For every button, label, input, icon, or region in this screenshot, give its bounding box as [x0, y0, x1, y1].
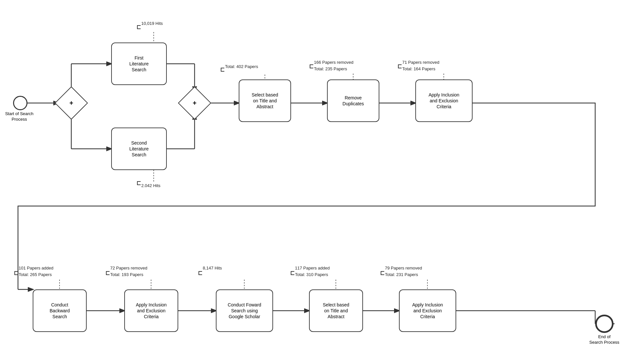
annotation-removed166: 166 Papers removedTotal: 235 Papers — [314, 59, 354, 72]
annotation-total402: Total: 402 Papers — [225, 63, 258, 70]
conduct-forward-search: Conduct FowardSearch usingGoogle Scholar — [216, 289, 273, 332]
start-circle — [13, 96, 27, 110]
select-title-abstract-2: Select basedon Title andAbstract — [309, 289, 363, 332]
diamond2-label: + — [183, 91, 206, 115]
annotation-added117: 117 Papers addedTotal: 310 Papers — [295, 265, 330, 278]
annotation-hits8147: 8,147 Hits — [203, 265, 222, 271]
annotation-hits1: 10,019 Hits — [141, 20, 163, 27]
apply-inclusion-exclusion-2: Apply Inclusionand ExclusionCriteria — [124, 289, 178, 332]
apply-inclusion-exclusion-3: Apply Inclusionand ExclusionCriteria — [399, 289, 456, 332]
end-label: End ofSearch Process — [588, 334, 621, 345]
annotation-removed79: 79 Papers removedTotal: 231 Papers — [385, 265, 422, 278]
conduct-backward-search: ConductBackwardSearch — [33, 289, 87, 332]
annotation-removed72: 72 Papers removedTotal: 193 Papers — [110, 265, 147, 278]
annotation-added101: 101 Papers addedTotal: 265 Papers — [19, 265, 53, 278]
remove-duplicates: RemoveDuplicates — [327, 79, 379, 122]
select-title-abstract-1: Select basedon Title andAbstract — [239, 79, 291, 122]
end-circle — [595, 315, 613, 333]
annotation-hits2: 2.042 Hits — [141, 182, 161, 189]
apply-inclusion-exclusion-1: Apply Inclusionand ExclusionCriteria — [415, 79, 473, 122]
second-literature-search: SecondLiteratureSearch — [111, 128, 167, 170]
annotation-removed71: 71 Papers removedTotal: 164 Papers — [402, 59, 439, 72]
diamond1-label: + — [60, 91, 83, 115]
start-label: Start of Search Process — [1, 111, 37, 122]
first-literature-search: FirstLiteratureSearch — [111, 43, 167, 85]
